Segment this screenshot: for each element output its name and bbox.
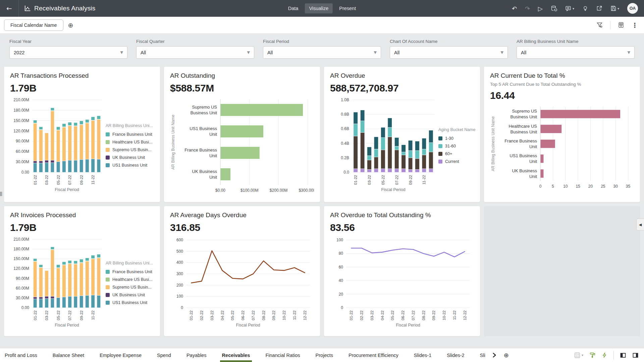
legend-item[interactable]: 1-30 bbox=[438, 136, 474, 141]
back-button[interactable]: ← bbox=[0, 0, 19, 17]
chart-plot[interactable]: $0.00$100.00M$200.00M$300.00MSupremo USB… bbox=[170, 97, 314, 194]
dropdown-value: All bbox=[267, 50, 273, 55]
preview-icon[interactable]: ▷ bbox=[538, 5, 543, 12]
svg-text:02-22: 02-22 bbox=[200, 310, 204, 320]
chart-legend: AR Billing Business Uni...France Busines… bbox=[104, 97, 154, 194]
canvas-tab-receivables[interactable]: Receivables bbox=[222, 348, 250, 362]
add-canvas-icon[interactable]: ⊕ bbox=[504, 352, 509, 359]
svg-text:09-22: 09-22 bbox=[409, 175, 413, 185]
scroll-tabs-right-icon[interactable] bbox=[491, 352, 497, 358]
legend-item[interactable]: US1 Business Unit bbox=[106, 300, 154, 305]
legend-swatch bbox=[438, 160, 442, 164]
svg-text:40: 40 bbox=[339, 278, 343, 283]
chart-plot[interactable]: 02040608010001-2202-2203-2204-2205-2206-… bbox=[330, 237, 474, 329]
chart-of-account-name-dropdown[interactable]: All▼ bbox=[390, 46, 508, 59]
viz-card-ar-outstanding: AR Outstanding$588.57M$0.00$100.00M$200.… bbox=[164, 67, 320, 202]
resize-handle[interactable] bbox=[0, 192, 2, 196]
fiscal-year-dropdown[interactable]: 2022▼ bbox=[9, 46, 127, 59]
tab-present[interactable]: Present bbox=[335, 3, 360, 13]
chevron-down-icon: ▼ bbox=[628, 50, 630, 55]
legend-item[interactable]: France Business Unit bbox=[106, 132, 154, 137]
quick-insights-icon[interactable] bbox=[602, 352, 607, 358]
svg-text:05-22: 05-22 bbox=[230, 310, 234, 320]
svg-text:$300.00M: $300.00M bbox=[299, 188, 314, 193]
canvas-tab-profit-and-loss[interactable]: Profit and Loss bbox=[5, 348, 37, 362]
legend-item[interactable]: Current bbox=[438, 159, 474, 164]
collapse-panel-arrow[interactable]: ◀ bbox=[636, 219, 644, 231]
legend-item[interactable]: UK Business Unit bbox=[106, 293, 154, 297]
svg-text:Unit: Unit bbox=[529, 144, 537, 149]
legend-label: 1-30 bbox=[445, 136, 453, 141]
dashboard-filters: Fiscal Year2022▼Fiscal QuarterAll▼Fiscal… bbox=[0, 34, 644, 59]
svg-text:$200.00M: $200.00M bbox=[270, 188, 287, 193]
panel-left-icon[interactable] bbox=[620, 352, 626, 358]
canvas-tab-financial-ratios[interactable]: Financial Ratios bbox=[265, 348, 300, 362]
legend-item[interactable]: UK Business Unit bbox=[106, 155, 154, 160]
more-options-icon[interactable]: ⋮ bbox=[632, 21, 638, 29]
filter-fiscal-period: Fiscal PeriodAll▼ bbox=[263, 39, 381, 59]
tab-data[interactable]: Data bbox=[284, 3, 303, 13]
fiscal-period-dropdown[interactable]: All▼ bbox=[263, 46, 381, 59]
svg-text:Business Unit: Business Unit bbox=[511, 129, 537, 134]
canvas-tab-employee-expense[interactable]: Employee Expense bbox=[100, 348, 142, 362]
canvas-settings-icon[interactable] bbox=[618, 22, 624, 28]
fiscal-calendar-name-pill[interactable]: Fiscal Calendar Name bbox=[4, 19, 63, 31]
canvas-tab-payables[interactable]: Payables bbox=[186, 348, 207, 362]
insights-icon[interactable] bbox=[582, 5, 588, 12]
dropdown-caret-icon[interactable]: ▾ bbox=[573, 7, 574, 10]
ar-billing-business-unit-name-dropdown[interactable]: All▼ bbox=[517, 46, 635, 59]
dropdown-caret-icon[interactable]: ▾ bbox=[618, 7, 619, 10]
legend-swatch bbox=[438, 144, 442, 148]
svg-text:01-22: 01-22 bbox=[33, 175, 37, 185]
canvas-grid-icon[interactable]: ▾ bbox=[574, 352, 583, 359]
svg-text:210.00M: 210.00M bbox=[13, 237, 29, 242]
canvas-tab-procurement-efficiency[interactable]: Procurement Efficiency bbox=[348, 348, 398, 362]
canvas-tab-spend[interactable]: Spend bbox=[157, 348, 171, 362]
canvas-tab-slides-1[interactable]: Slides-1 bbox=[414, 348, 431, 362]
chart-plot[interactable]: 0.0030.00M60.00M90.00M120.00M150.00M180.… bbox=[10, 237, 104, 329]
undo-icon[interactable]: ↶ bbox=[512, 5, 517, 12]
workbook-chart-icon bbox=[24, 5, 31, 12]
svg-text:20: 20 bbox=[339, 292, 343, 297]
fiscal-quarter-dropdown[interactable]: All▼ bbox=[136, 46, 254, 59]
legend-item[interactable]: Supremo US Busin... bbox=[106, 147, 154, 152]
save-icon[interactable]: ▾ bbox=[610, 5, 619, 11]
legend-item[interactable]: Healthcare US Busi... bbox=[106, 140, 154, 144]
panel-right-icon[interactable] bbox=[632, 352, 639, 358]
chart-plot[interactable]: 0.0030.00M60.00M90.00M120.00M150.00M180.… bbox=[10, 97, 104, 194]
svg-text:10: 10 bbox=[563, 184, 568, 189]
kpi-value: 316.85 bbox=[170, 222, 314, 233]
legend-item[interactable]: 31-60 bbox=[438, 144, 474, 148]
svg-text:0: 0 bbox=[181, 305, 183, 310]
format-painter-icon[interactable] bbox=[589, 352, 596, 358]
add-filter-icon[interactable]: ⊕ bbox=[68, 21, 73, 29]
legend-item[interactable]: Healthcare US Busi... bbox=[106, 277, 154, 282]
chart-plot[interactable]: 0.00.2B0.4B0.6B0.8B1.0B01-2203-2205-2207… bbox=[330, 97, 436, 194]
legend-item[interactable]: Supremo US Busin... bbox=[106, 285, 154, 290]
chart-area: 02040608010001-2202-2203-2204-2205-2206-… bbox=[330, 237, 474, 329]
user-avatar[interactable]: OA bbox=[627, 3, 638, 14]
chart-plot[interactable]: 010020030040050060001-2202-2203-2204-220… bbox=[170, 237, 314, 329]
canvas-tab-balance-sheet[interactable]: Balance Sheet bbox=[53, 348, 84, 362]
svg-text:02-22: 02-22 bbox=[360, 310, 364, 320]
dropdown-caret-icon[interactable]: ▾ bbox=[582, 353, 583, 357]
legend-label: Supremo US Busin... bbox=[112, 285, 152, 290]
tab-visualize[interactable]: Visualize bbox=[305, 3, 333, 13]
svg-text:30.00M: 30.00M bbox=[16, 296, 29, 300]
svg-text:60.00M: 60.00M bbox=[16, 286, 29, 291]
redo-icon[interactable]: ↷ bbox=[525, 5, 530, 12]
chart-plot[interactable]: 05101520253035Supremo USBusiness UnitHea… bbox=[490, 105, 634, 190]
legend-item[interactable]: US1 Business Unit bbox=[106, 163, 154, 168]
legend-item[interactable]: 60+ bbox=[438, 152, 474, 156]
kpi-value: 1.79B bbox=[10, 222, 154, 233]
canvas-tab-projects[interactable]: Projects bbox=[316, 348, 333, 362]
svg-text:$0.00: $0.00 bbox=[215, 188, 225, 193]
canvas-tab-slides-2[interactable]: Slides-2 bbox=[447, 348, 464, 362]
canvas-tab-sli[interactable]: Sli bbox=[480, 348, 485, 362]
export-icon[interactable] bbox=[596, 5, 602, 11]
filter-icon[interactable] bbox=[596, 22, 603, 28]
legend-item[interactable]: France Business Unit bbox=[106, 269, 154, 274]
refresh-data-icon[interactable] bbox=[551, 5, 557, 12]
comments-icon[interactable]: ▾ bbox=[565, 5, 574, 12]
legend-label: US1 Business Unit bbox=[112, 300, 147, 305]
